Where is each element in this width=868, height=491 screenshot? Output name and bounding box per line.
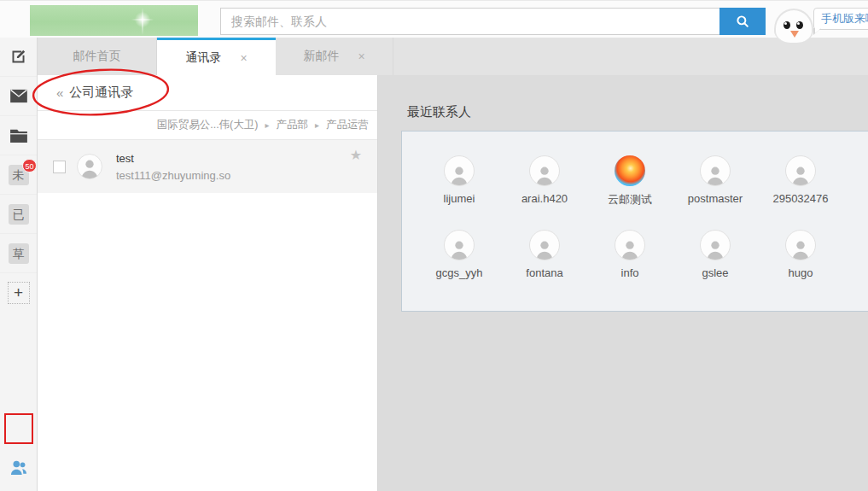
- main-panel: 最近联系人 lijumeiarai.h420云邮测试postmaster2950…: [379, 75, 868, 491]
- recent-contact-name: hugo: [789, 266, 813, 279]
- sidebar-compose-button[interactable]: [0, 38, 37, 77]
- sidebar-add-button[interactable]: +: [0, 273, 37, 313]
- recent-contact[interactable]: arai.h420: [502, 155, 587, 208]
- search-box: [220, 8, 719, 35]
- collapse-icon[interactable]: «: [56, 85, 63, 100]
- contact-email: test111@zhuyuming.so: [116, 169, 230, 182]
- recent-contact[interactable]: fontana: [502, 230, 587, 279]
- logo: [30, 5, 198, 36]
- person-avatar-icon: [77, 154, 102, 179]
- draft-chip: 草: [9, 243, 29, 264]
- breadcrumb-item-team[interactable]: 产品运营: [326, 118, 369, 132]
- recent-contact[interactable]: postmaster: [673, 155, 758, 208]
- recent-contact-name: gcgs_yyh: [436, 266, 483, 279]
- contact-info: test test111@zhuyuming.so: [116, 152, 230, 182]
- tab-close-icon[interactable]: ×: [240, 51, 247, 65]
- contacts-icon: [9, 459, 28, 476]
- tab-mail-home[interactable]: 邮件首页: [38, 38, 157, 75]
- sidebar-unread-button[interactable]: 未 50: [0, 155, 37, 195]
- recent-contact[interactable]: hugo: [758, 230, 843, 279]
- breadcrumb-item-company[interactable]: 国际贸易公...伟(大卫): [157, 118, 259, 132]
- compose-icon: [9, 48, 27, 66]
- sidebar-mail-button[interactable]: [0, 77, 37, 116]
- tab-strip: 邮件首页 通讯录 × 新邮件 ×: [38, 38, 868, 75]
- star-icon[interactable]: ★: [350, 147, 362, 163]
- unread-chip: 未 50: [9, 165, 29, 185]
- recent-contact-name: info: [621, 266, 639, 279]
- tab-contacts[interactable]: 通讯录 ×: [157, 38, 276, 76]
- logo-sparkle-icon: [131, 7, 154, 36]
- person-avatar-icon: [785, 230, 816, 260]
- folder-icon: [9, 128, 28, 143]
- plus-icon: +: [8, 282, 30, 304]
- sidebar-sent-button[interactable]: 已: [0, 195, 37, 234]
- mascot-nose: [790, 31, 799, 38]
- person-avatar-icon: [529, 230, 560, 260]
- mobile-version-bubble[interactable]: 手机版来啦: [813, 8, 868, 30]
- sent-chip: 已: [9, 204, 29, 225]
- tab-close-icon[interactable]: ×: [358, 50, 364, 63]
- recent-contact[interactable]: gcgs_yyh: [417, 230, 502, 279]
- recent-contacts-title: 最近联系人: [407, 104, 471, 120]
- contact-list-item[interactable]: test test111@zhuyuming.so ★: [38, 140, 377, 193]
- person-avatar-icon: [444, 155, 475, 186]
- person-avatar-icon: [700, 155, 731, 186]
- company-directory-header[interactable]: « 公司通讯录: [38, 75, 377, 111]
- contacts-list-column: « 公司通讯录 国际贸易公...伟(大卫) ▸ 产品部 ▸ 产品运营 test …: [38, 75, 378, 491]
- mascot-eye: [784, 21, 790, 29]
- breadcrumb: 国际贸易公...伟(大卫) ▸ 产品部 ▸ 产品运营: [38, 111, 377, 140]
- sidebar-contacts-button[interactable]: [0, 447, 37, 487]
- recent-contact[interactable]: 295032476: [758, 155, 843, 208]
- recent-contacts-panel: lijumeiarai.h420云邮测试postmaster295032476g…: [401, 131, 868, 312]
- tab-label: 邮件首页: [73, 49, 121, 64]
- cloudmail-avatar-icon: [615, 155, 645, 186]
- recent-contact[interactable]: info: [587, 230, 673, 279]
- search-icon: [735, 14, 750, 29]
- recent-contact[interactable]: 云邮测试: [587, 155, 673, 208]
- recent-contact-name: 云邮测试: [608, 192, 652, 208]
- company-directory-title: 公司通讯录: [69, 85, 133, 101]
- recent-contact-name: postmaster: [688, 192, 743, 205]
- search-input[interactable]: [221, 9, 719, 34]
- person-avatar-icon: [529, 155, 560, 186]
- contact-checkbox[interactable]: [53, 161, 66, 173]
- search-button[interactable]: [719, 8, 766, 35]
- tab-label: 通讯录: [185, 50, 221, 66]
- person-avatar-icon: [615, 230, 645, 260]
- breadcrumb-separator-icon: ▸: [315, 120, 319, 130]
- sidebar-folder-button[interactable]: [0, 116, 37, 155]
- mascot-eye: [796, 21, 803, 29]
- recent-contact-name: fontana: [526, 266, 562, 279]
- mobile-version-text: 手机版来啦: [821, 11, 868, 26]
- sidebar: 未 50 已 草 +: [0, 38, 38, 491]
- webmail-app: 手机版来啦 未 50: [0, 0, 868, 491]
- person-avatar-icon: [700, 230, 731, 260]
- topbar: 手机版来啦: [0, 0, 868, 38]
- unread-badge: 50: [22, 159, 36, 172]
- contact-name: test: [116, 152, 230, 165]
- tab-new-mail[interactable]: 新邮件 ×: [276, 38, 393, 75]
- recent-contact-name: 295032476: [772, 192, 828, 205]
- recent-contact-name: arai.h420: [521, 192, 568, 205]
- recent-contact-name: lijumei: [444, 192, 475, 205]
- person-avatar-icon: [785, 155, 816, 186]
- sidebar-draft-button[interactable]: 草: [0, 234, 37, 273]
- recent-contact-name: gslee: [702, 266, 728, 279]
- person-avatar-icon: [444, 230, 475, 260]
- recent-contact[interactable]: gslee: [673, 230, 758, 279]
- envelope-icon: [9, 89, 28, 103]
- breadcrumb-separator-icon: ▸: [265, 120, 269, 130]
- breadcrumb-item-department[interactable]: 产品部: [276, 118, 308, 132]
- recent-contacts-grid: lijumeiarai.h420云邮测试postmaster295032476g…: [417, 155, 860, 301]
- tab-label: 新邮件: [303, 49, 339, 64]
- recent-contact[interactable]: lijumei: [417, 155, 502, 208]
- mascot-avatar[interactable]: [774, 9, 813, 43]
